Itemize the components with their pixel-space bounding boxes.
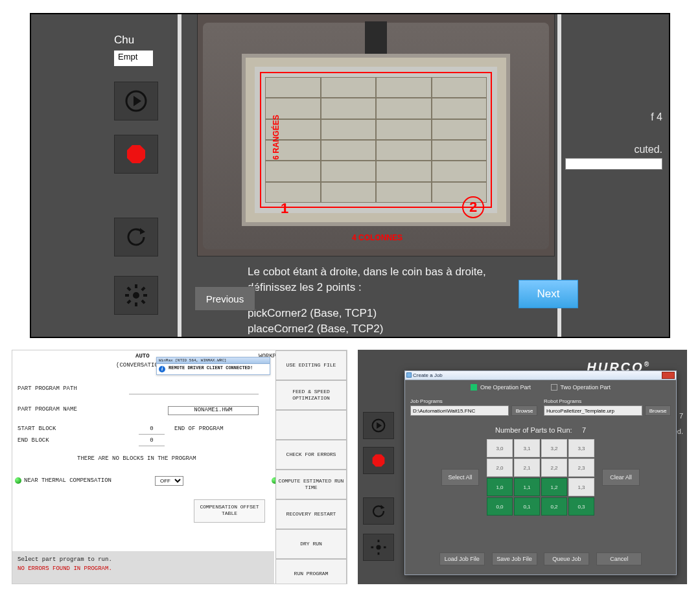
svg-rect-18 — [378, 540, 380, 542]
grid-cell[interactable]: 0,3 — [568, 497, 594, 516]
svg-rect-5 — [135, 284, 137, 288]
message-bar: Select part program to run. NO ERRORS FO… — [12, 551, 274, 584]
refresh-button[interactable] — [363, 497, 394, 525]
info-icon: i — [159, 366, 165, 372]
create-job-dialog: Create a Job One Operation Part Two Oper… — [404, 370, 677, 575]
compensation-offset-table-button[interactable]: COMPENSATION OFFSET TABLE — [194, 499, 265, 523]
fixture-grid — [265, 77, 487, 203]
svg-marker-14 — [377, 422, 382, 429]
side-btn-run-program[interactable]: RUN PROGRAM — [275, 559, 347, 584]
toast-titlebar: WinMax [NTID 564, WINMAX.WRC] — [157, 358, 270, 364]
refresh-button[interactable] — [114, 218, 158, 256]
refresh-icon — [124, 225, 148, 249]
remote-driver-toast[interactable]: WinMax [NTID 564, WINMAX.WRC] i REMOTE D… — [156, 357, 270, 375]
status-dot-icon — [15, 477, 21, 484]
grid-cell[interactable]: 2,0 — [487, 459, 513, 477]
save-job-file-button[interactable]: Save Job File — [492, 552, 537, 565]
label-robot-programs: Robot Programs — [544, 398, 671, 404]
msg-no-errors: NO ERRORS FOUND IN PROGRAM. — [18, 564, 269, 573]
stop-button[interactable] — [363, 447, 394, 474]
field-program-path[interactable] — [129, 385, 259, 394]
svg-point-17 — [376, 545, 380, 549]
fixture-photo: 6 RANGÉES 4 COLONNES 1 2 — [197, 13, 555, 256]
close-icon[interactable] — [662, 372, 675, 379]
stop-button[interactable] — [114, 135, 158, 174]
instruction-line: Le cobot étant à droite, dans le coin ba… — [248, 264, 486, 280]
svg-marker-16 — [381, 505, 385, 510]
place-line: placeCorner2 (Base, TCP2) — [248, 321, 486, 337]
cnc-controller-panel: AUTO (CONVERSATIONAL) WORKPC_TRANS WinMa… — [12, 350, 347, 584]
side-btn-use-editing-file[interactable]: USE EDITING FILE — [275, 350, 347, 380]
play-icon — [370, 417, 387, 434]
svg-rect-8 — [143, 294, 147, 297]
side-btn-check-errors[interactable]: CHECK FOR ERRORS — [275, 440, 347, 470]
play-button[interactable] — [363, 412, 394, 439]
radio-one-operation[interactable]: One Operation Part — [471, 384, 531, 391]
field-end-block[interactable]: 0 — [139, 437, 165, 446]
settings-button[interactable] — [363, 534, 394, 561]
grid-cell[interactable]: 1,2 — [541, 478, 567, 496]
field-start-block[interactable]: 0 — [139, 426, 165, 435]
svg-rect-9 — [126, 286, 131, 291]
load-job-file-button[interactable]: Load Job File — [439, 552, 485, 565]
grid-cell[interactable]: 0,0 — [487, 497, 513, 516]
grid-cell[interactable]: 0,1 — [514, 497, 540, 516]
settings-button[interactable] — [114, 276, 158, 315]
side-btn-recovery-restart[interactable]: RECOVERY RESTART — [275, 499, 347, 529]
grid-cell[interactable]: 2,2 — [541, 459, 567, 477]
toast-message: REMOTE DRIVER CLIENT CONNECTED! — [169, 365, 268, 371]
clear-all-button[interactable]: Clear All — [602, 469, 640, 486]
chu-input[interactable]: Empt — [114, 51, 153, 66]
annotation-point-1: 1 — [281, 200, 288, 217]
gear-icon — [370, 539, 387, 556]
side-btn-feed-speed[interactable]: FEED & SPEED OPTIMIZATION — [275, 380, 347, 410]
grid-cell[interactable]: 0,2 — [541, 497, 567, 516]
annotation-rows: 6 RANGÉES — [272, 115, 281, 159]
status-count: f 4 — [651, 111, 662, 123]
next-button[interactable]: Next — [519, 280, 578, 308]
dialog-title: Create a Job — [413, 372, 443, 378]
grid-cell[interactable]: 3,0 — [487, 439, 513, 457]
thermal-comp-select[interactable]: OFF — [155, 476, 183, 486]
status-executed: cuted. — [634, 144, 662, 155]
play-icon — [124, 89, 148, 113]
svg-rect-11 — [141, 286, 145, 291]
svg-rect-6 — [135, 302, 137, 306]
dialog-titlebar[interactable]: Create a Job — [405, 371, 676, 380]
grid-cell[interactable]: 2,1 — [514, 459, 540, 477]
field-program-name[interactable]: NONAME1.HWM — [168, 406, 259, 415]
grid-cell[interactable]: 3,1 — [514, 439, 540, 457]
previous-button[interactable]: Previous — [194, 286, 255, 311]
label-num-parts: Number of Parts to Run: — [495, 426, 572, 434]
grid-cell[interactable]: 2,3 — [568, 459, 594, 477]
grid-cell[interactable]: 1,0 — [487, 478, 513, 496]
grid-cell[interactable]: 1,3 — [568, 478, 594, 496]
browse-robot-button[interactable]: Browse — [645, 405, 671, 416]
queue-job-button[interactable]: Queue Job — [544, 552, 589, 565]
input-robot-programs[interactable] — [544, 405, 642, 416]
refresh-icon — [370, 503, 387, 519]
side-btn-blank[interactable] — [275, 410, 347, 440]
radio-two-operation[interactable]: Two Operation Part — [551, 384, 611, 391]
svg-rect-10 — [141, 299, 145, 304]
input-job-programs[interactable] — [410, 405, 509, 416]
automation-panel: HURCO® 7 ted. Create a Job One Operation… — [358, 350, 687, 584]
select-all-button[interactable]: Select All — [441, 469, 479, 486]
grid-cell[interactable]: 1,1 — [514, 478, 540, 496]
instruction-text: Le cobot étant à droite, dans le coin ba… — [248, 264, 486, 337]
side-btn-dry-run[interactable]: DRY RUN — [275, 529, 347, 559]
svg-rect-20 — [371, 547, 373, 549]
side-btn-compute-runtime[interactable]: COMPUTE ESTIMATED RUN TIME — [275, 470, 347, 499]
grid-cell[interactable]: 3,2 — [541, 439, 567, 457]
grid-cell[interactable]: 3,3 — [568, 439, 594, 457]
svg-marker-15 — [373, 455, 385, 467]
svg-rect-19 — [378, 552, 380, 555]
play-button[interactable] — [114, 82, 158, 120]
label-job-programs: Job Programs — [410, 398, 537, 404]
dual-panel: AUTO (CONVERSATIONAL) WORKPC_TRANS WinMa… — [12, 350, 688, 584]
browse-job-button[interactable]: Browse — [511, 405, 537, 416]
progress-bar — [565, 158, 662, 170]
value-num-parts: 7 — [582, 426, 586, 434]
cancel-button[interactable]: Cancel — [596, 552, 642, 565]
divider-left — [178, 14, 181, 337]
